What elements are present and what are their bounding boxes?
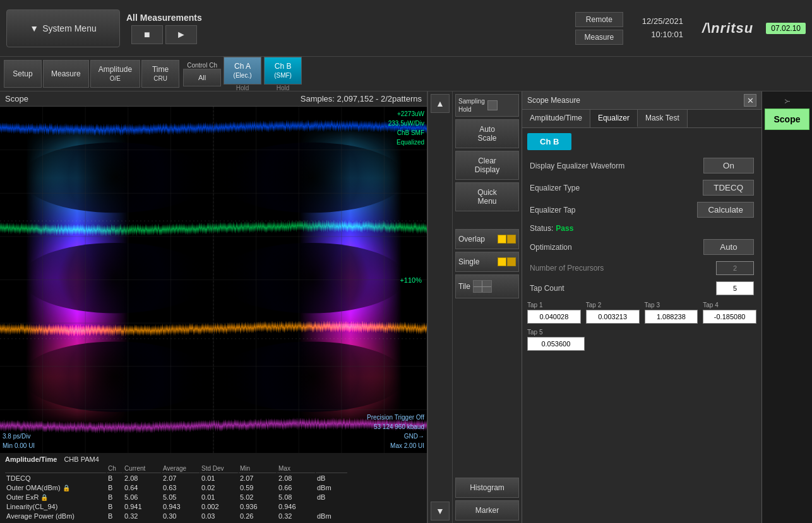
overlap-button[interactable]: Overlap	[455, 229, 519, 249]
col-header-name	[5, 464, 106, 473]
ch-a-group: Ch A(Elec.) Hold	[224, 57, 261, 91]
col-header-current: Current	[123, 464, 161, 473]
tap-5-input[interactable]	[527, 337, 585, 351]
auto-scale-button[interactable]: AutoScale	[455, 119, 519, 148]
single-button[interactable]: Single	[455, 252, 519, 272]
display-eq-waveform-row: Display Equalizer Waveform On	[527, 158, 756, 173]
row-avgpower-current: 0.32	[123, 512, 161, 520]
play-button[interactable]: ►	[165, 25, 197, 44]
tap-2-input[interactable]	[586, 310, 640, 324]
tap-3-input[interactable]	[645, 310, 698, 324]
precursors-input	[716, 261, 754, 275]
ch-a-button[interactable]: Ch A(Elec.)	[224, 57, 261, 85]
clear-display-button[interactable]: ClearDisplay	[455, 151, 519, 180]
table-title-text: Amplitude/Time	[5, 455, 57, 463]
sampling-hold-display: SamplingHold	[455, 94, 519, 117]
remote-measure-section: Remote Measure	[575, 12, 623, 45]
row-exr-min: 5.02	[239, 493, 277, 502]
status-label: Status:	[530, 224, 553, 233]
samples-info: Samples: 2,097,152 - 2/2patterns	[301, 94, 422, 103]
quick-menu-button[interactable]: QuickMenu	[455, 182, 519, 211]
tab-mask-test[interactable]: Mask Test	[638, 110, 688, 127]
row-linearity-ch: B	[107, 502, 122, 511]
equalizer-tap-label: Equalizer Tap	[530, 206, 576, 214]
tap-1-item: Tap 1	[527, 302, 581, 324]
tab-amplitude-time[interactable]: Amplitude/Time	[522, 110, 590, 127]
scope-sidebar-button[interactable]: Scope	[765, 109, 809, 130]
row-exr-ch: B	[107, 493, 122, 502]
ch-b-label: Ch B(SMF)	[274, 62, 292, 79]
time-cru-button[interactable]: TimeCRU	[141, 60, 179, 88]
tap-5-item: Tap 5	[527, 329, 585, 351]
measure-toolbar-button[interactable]: Measure	[43, 60, 89, 88]
row-avgpower-min: 0.26	[239, 512, 277, 520]
tap-4-label: Tap 4	[703, 302, 756, 309]
tap-count-row: Tap Count	[527, 281, 756, 295]
tap-count-input[interactable]	[716, 281, 754, 295]
row-tdecq-avg: 2.07	[162, 474, 200, 483]
right-controls-wrapper: ▲ ▼ SamplingHold AutoScale ClearDisplay …	[427, 91, 522, 523]
toolbar: Setup Measure AmplitudeO/E TimeCRU Contr…	[0, 57, 812, 91]
scope-measure-tabs: Amplitude/Time Equalizer Mask Test	[522, 110, 761, 128]
row-oma-unit: dBm	[316, 483, 347, 492]
ch-b-active-button[interactable]: Ch B	[527, 133, 571, 150]
row-avgpower-std: 0.03	[200, 512, 238, 520]
histogram-button[interactable]: Histogram	[455, 478, 519, 498]
col-header-unit	[316, 464, 347, 473]
stop-button[interactable]: ■	[131, 25, 163, 44]
remote-button[interactable]: Remote	[575, 12, 623, 27]
row-exr-max: 5.08	[277, 493, 315, 502]
scroll-arrows: ▲ ▼	[427, 91, 452, 523]
row-oma-min: 0.59	[239, 483, 277, 492]
row-linearity-current: 0.941	[123, 502, 161, 511]
top-bar: ▼ System Menu All Measurements ■ ► Remot…	[0, 0, 812, 57]
scroll-down-button[interactable]: ▼	[431, 502, 450, 520]
tab-equalizer[interactable]: Equalizer	[590, 110, 638, 127]
row-oma-std: 0.02	[200, 483, 238, 492]
precursors-label: Number of Precursors	[530, 264, 604, 273]
row-linearity-max: 0.946	[277, 502, 315, 511]
row-tdecq-current: 2.08	[123, 474, 161, 483]
table-title: Amplitude/Time CHB PAM4	[5, 455, 422, 463]
tap-5-label: Tap 5	[527, 329, 585, 336]
row-exr-avg: 5.05	[162, 493, 200, 502]
row-linearity-unit	[316, 502, 347, 511]
system-menu-button[interactable]: ▼ System Menu	[6, 9, 120, 47]
setup-button[interactable]: Setup	[4, 60, 42, 88]
ch-b-group: Ch B(SMF) Hold	[264, 57, 302, 91]
all-ch-button[interactable]: All	[183, 69, 221, 86]
scope-measure-title-bar: Scope Measure ✕	[522, 91, 761, 110]
row-avgpower-max: 0.32	[277, 512, 315, 520]
amplitude-oe-button[interactable]: AmplitudeO/E	[90, 60, 140, 88]
marker-button[interactable]: Marker	[455, 500, 519, 520]
optimization-button[interactable]: Auto	[703, 239, 754, 255]
scroll-up-button[interactable]: ▲	[431, 94, 450, 113]
ch-b-button[interactable]: Ch B(SMF)	[264, 57, 302, 85]
tab-mask-test-label: Mask Test	[645, 114, 679, 122]
row-tdecq-min: 2.07	[239, 474, 277, 483]
time-cru-label: TimeCRU	[152, 65, 169, 83]
tap-count-label: Tap Count	[530, 284, 564, 293]
ch-a-label: Ch A(Elec.)	[234, 62, 252, 79]
measure-button[interactable]: Measure	[575, 30, 623, 45]
display-eq-waveform-button[interactable]: On	[703, 158, 754, 173]
tile-button[interactable]: Tile	[455, 274, 519, 298]
row-oma-ch: B	[107, 483, 122, 492]
tile-icon	[473, 280, 492, 293]
amplitude-oe-label: AmplitudeO/E	[99, 65, 132, 83]
scope-measure-close-button[interactable]: ✕	[744, 94, 756, 107]
equalizer-tap-button[interactable]: Calculate	[697, 202, 754, 218]
sampling-hold-label: SamplingHold	[458, 97, 485, 114]
row-linearity-min: 0.936	[239, 502, 277, 511]
row-oma-avg: 0.63	[162, 483, 200, 492]
measurements-table: Amplitude/Time CHB PAM4 Ch Current Avera…	[0, 453, 427, 523]
row-tdecq-unit: dB	[316, 474, 347, 483]
col-header-min: Min	[239, 464, 277, 473]
equalizer-type-button[interactable]: TDECQ	[703, 180, 754, 196]
status-pass-value: Pass	[556, 224, 573, 233]
tap-4-input[interactable]	[703, 310, 756, 324]
tap-3-item: Tap 3	[645, 302, 698, 324]
eye-canvas	[0, 107, 427, 453]
tap-1-input[interactable]	[527, 310, 581, 324]
row-tdecq-ch: B	[107, 474, 122, 483]
